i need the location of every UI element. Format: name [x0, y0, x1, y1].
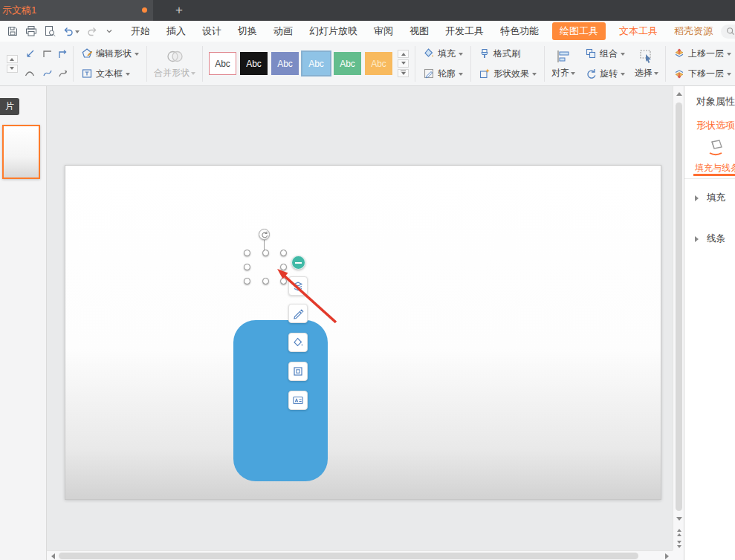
s-curve-icon[interactable] [42, 67, 54, 79]
slide-thumbnail-1[interactable] [2, 125, 40, 179]
expand-arrow-icon [695, 236, 702, 242]
arrow-connector-icon[interactable] [24, 48, 36, 60]
edit-shape-button[interactable]: 编辑形状 [79, 45, 141, 62]
fill-color-button[interactable] [288, 333, 308, 352]
scroll-right-button[interactable] [661, 551, 673, 560]
tab-drawing-tools[interactable]: 绘图工具 [552, 22, 606, 40]
selection-handle-sw[interactable] [244, 278, 250, 284]
fill-button[interactable]: 填充 [421, 45, 465, 62]
connector-scroll-down-button[interactable] [7, 65, 18, 73]
gallery-more-button[interactable] [398, 69, 409, 77]
gallery-scroll-up-button[interactable] [398, 50, 409, 58]
elbow-connector-icon[interactable] [42, 48, 54, 60]
collapse-float-toolbar-button[interactable] [291, 255, 305, 270]
text-options-button[interactable] [288, 391, 308, 410]
shape-style-swatch-3[interactable]: Abc [271, 52, 299, 75]
selected-shape[interactable] [233, 320, 328, 481]
format-painter-button[interactable]: 格式刷 [476, 45, 539, 62]
outline-label: 轮廓 [438, 68, 456, 80]
align-button[interactable]: 对齐 [547, 45, 580, 83]
undo-dropdown-icon[interactable] [75, 30, 80, 36]
selection-handle-s[interactable] [262, 278, 269, 284]
shape-effects-button[interactable]: 形状效果 [476, 65, 539, 82]
quick-style-button[interactable] [288, 276, 308, 296]
selection-handle-nw[interactable] [244, 250, 250, 256]
tab-review[interactable]: 审阅 [366, 21, 401, 42]
merge-shapes-button[interactable]: 合并形状 [149, 45, 200, 83]
next-slide-button[interactable] [673, 538, 684, 550]
scroll-up-button[interactable] [673, 88, 684, 100]
tab-docer-resources[interactable]: 稻壳资源 [666, 25, 721, 38]
tab-dev-tools[interactable]: 开发工具 [437, 21, 492, 42]
align-icon [555, 48, 572, 65]
selection-handle-e[interactable] [280, 264, 287, 270]
tab-shape-options[interactable]: 形状选项 [696, 119, 735, 132]
shape-style-swatch-6[interactable]: Abc [365, 52, 392, 75]
workspace: 片 [0, 86, 735, 560]
selection-handle-w[interactable] [244, 264, 250, 270]
scroll-down-button[interactable] [673, 513, 684, 525]
rotate-button[interactable]: 旋转 [583, 65, 627, 82]
tab-design[interactable]: 设计 [194, 21, 230, 42]
elbow-arrow-connector-icon[interactable] [57, 48, 69, 60]
print-button[interactable] [25, 25, 37, 37]
section-line[interactable]: 线条 [695, 232, 725, 245]
new-tab-button[interactable]: + [169, 0, 189, 21]
tab-view[interactable]: 视图 [401, 21, 437, 42]
double-arrow-down-icon [677, 541, 681, 549]
scroll-left-button[interactable] [47, 551, 58, 560]
expand-arrow-icon [695, 195, 702, 201]
shape-style-swatch-5[interactable]: Abc [334, 52, 361, 75]
fill-line-icon[interactable] [705, 138, 726, 159]
send-backward-button[interactable]: 下移一层 [671, 65, 734, 82]
tab-home[interactable]: 开始 [123, 21, 158, 42]
redo-button[interactable] [86, 25, 98, 37]
scroll-down-icon [401, 62, 406, 67]
selection-handle-ne[interactable] [280, 250, 287, 256]
edit-points-button[interactable] [288, 304, 308, 323]
previous-slide-button[interactable] [673, 526, 684, 538]
tab-slideshow[interactable]: 幻灯片放映 [301, 21, 366, 42]
connector-scroll-up-button[interactable] [7, 55, 18, 63]
s-curve-arrow-icon[interactable] [57, 67, 69, 79]
merge-shapes-icon [166, 48, 184, 65]
shape-style-swatch-4-selected[interactable]: Abc [302, 52, 330, 75]
document-tab[interactable]: 示文稿1 [0, 0, 153, 21]
tab-transition[interactable]: 切换 [230, 21, 265, 42]
command-search-box[interactable] [721, 25, 735, 39]
text-box-button[interactable]: 文本框 [79, 65, 141, 82]
undo-button[interactable] [62, 25, 80, 37]
tab-animation[interactable]: 动画 [265, 21, 301, 42]
selection-handle-n[interactable] [262, 250, 269, 256]
horizontal-scroll-thumb[interactable] [59, 553, 638, 559]
outline-button[interactable]: 轮廓 [421, 65, 465, 82]
tab-fill-and-line[interactable]: 填充与线条 [695, 162, 735, 175]
horizontal-scrollbar[interactable] [47, 550, 673, 560]
shape-style-swatch-1[interactable]: Abc [209, 52, 236, 75]
print-preview-button[interactable] [44, 25, 56, 37]
rotation-handle[interactable] [259, 229, 270, 240]
bring-forward-button[interactable]: 上移一层 [671, 45, 734, 62]
group-button[interactable]: 组合 [583, 45, 627, 62]
text-box-label: 文本框 [96, 68, 123, 80]
tab-text-tools[interactable]: 文本工具 [611, 25, 666, 38]
outline-color-button[interactable] [288, 362, 308, 381]
save-button[interactable] [7, 25, 19, 37]
section-fill[interactable]: 填充 [695, 192, 725, 204]
group-rotate-group: 组合 旋转 [580, 45, 630, 82]
select-button[interactable]: 选择 [630, 45, 663, 83]
vertical-scroll-thumb[interactable] [676, 102, 682, 511]
vertical-scrollbar[interactable] [673, 86, 684, 550]
gallery-scroll-down-button[interactable] [398, 59, 409, 68]
tab-special-features[interactable]: 特色功能 [492, 21, 547, 42]
customize-quickbar-button[interactable] [105, 27, 114, 36]
curve-connector-icon[interactable] [24, 67, 36, 79]
tab-insert[interactable]: 插入 [158, 21, 194, 42]
selection-handle-se[interactable] [280, 278, 287, 284]
save-icon [7, 25, 19, 37]
shape-style-swatch-2[interactable]: Abc [240, 52, 268, 75]
send-backward-icon [673, 68, 685, 79]
slide-1[interactable] [65, 165, 661, 500]
slides-view-tab[interactable]: 片 [0, 98, 19, 115]
slide-canvas[interactable] [47, 86, 673, 550]
